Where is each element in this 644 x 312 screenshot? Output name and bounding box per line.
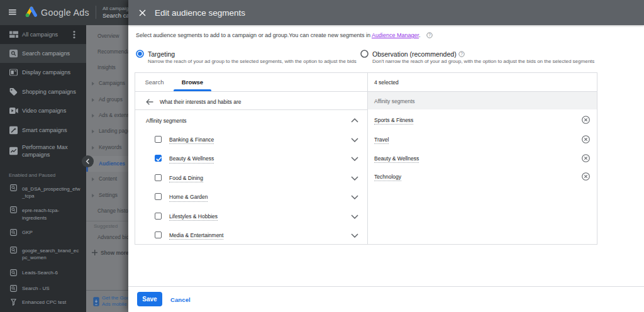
svg-text:?: ?: [460, 52, 463, 56]
svg-text:?: ?: [428, 33, 431, 37]
